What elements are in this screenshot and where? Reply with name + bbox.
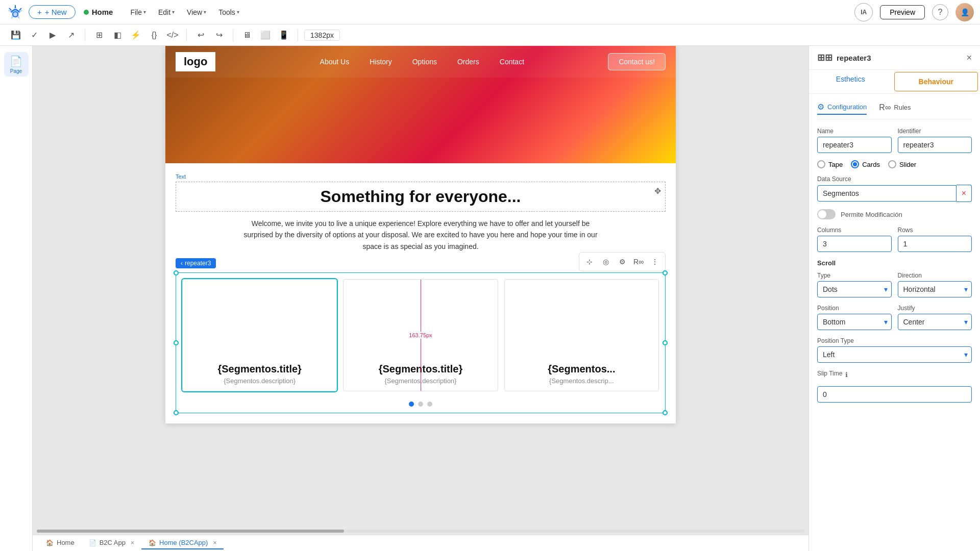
desktop-view-button[interactable]: 🖥 bbox=[239, 28, 255, 43]
tab-b2c-label: B2C App bbox=[100, 539, 126, 546]
esthetics-tab[interactable]: Esthetics bbox=[809, 70, 892, 93]
plus-icon: + bbox=[37, 8, 42, 16]
carousel-dots bbox=[176, 397, 665, 413]
tab-home[interactable]: 🏠 Home bbox=[39, 537, 82, 549]
name-label: Name bbox=[817, 128, 892, 135]
help-button[interactable]: ? bbox=[932, 4, 948, 20]
site-header: logo About Us History Options Orders Con… bbox=[165, 46, 676, 163]
undo-button[interactable]: ↩ bbox=[193, 28, 208, 43]
publish-button[interactable]: ↗ bbox=[63, 28, 79, 43]
config-tool-button[interactable]: ⚙ bbox=[615, 255, 629, 269]
html-button[interactable]: </> bbox=[165, 28, 180, 43]
tape-radio[interactable] bbox=[817, 160, 825, 168]
slider-radio[interactable] bbox=[888, 160, 896, 168]
tab-b2c[interactable]: 📄 B2C App × bbox=[82, 537, 141, 549]
scrollbar-thumb[interactable] bbox=[37, 530, 344, 533]
dot-1[interactable] bbox=[409, 402, 414, 407]
data-source-input[interactable] bbox=[817, 185, 957, 202]
color-tool-button[interactable]: ◎ bbox=[599, 255, 613, 269]
separator-1 bbox=[85, 29, 85, 41]
new-button[interactable]: + + New bbox=[29, 5, 76, 19]
position-type-select[interactable]: Left Right Center bbox=[817, 346, 972, 363]
sidebar-page-button[interactable]: 📄 Page bbox=[4, 52, 29, 77]
tape-option[interactable]: Tape bbox=[817, 160, 843, 168]
section-title-box[interactable]: Something for everyone... ✥ bbox=[176, 182, 666, 212]
edit-menu[interactable]: Edit ▾ bbox=[153, 6, 180, 18]
identifier-input[interactable] bbox=[898, 137, 972, 153]
handle-bl[interactable] bbox=[174, 410, 179, 415]
view-menu[interactable]: View ▾ bbox=[182, 6, 211, 18]
nav-orders[interactable]: Orders bbox=[457, 58, 479, 66]
permite-mod-toggle[interactable] bbox=[817, 209, 836, 219]
behaviour-tab[interactable]: Behaviour bbox=[894, 72, 978, 91]
slider-option[interactable]: Slider bbox=[888, 160, 916, 168]
card-2[interactable]: 163.75px {Segmentos.title} {Segmentos.de… bbox=[343, 279, 498, 391]
justify-select-wrapper: Center Left Right ▾ bbox=[898, 314, 972, 330]
slip-time-input[interactable] bbox=[817, 386, 972, 403]
repeater-icon: ⊞⊞ bbox=[817, 52, 832, 63]
columns-input[interactable] bbox=[817, 236, 892, 252]
tablet-view-button[interactable]: ⬜ bbox=[258, 28, 273, 43]
edit-arrow-icon: ▾ bbox=[172, 9, 175, 15]
ia-button[interactable]: IA bbox=[854, 3, 873, 21]
move-icon[interactable]: ✥ bbox=[654, 186, 661, 196]
settings-button[interactable]: ⚡ bbox=[128, 28, 143, 43]
save-button[interactable]: 💾 bbox=[8, 28, 23, 43]
direction-select[interactable]: Horizontal Vertical bbox=[898, 281, 972, 297]
rows-input[interactable] bbox=[898, 236, 972, 252]
dot-2[interactable] bbox=[418, 402, 423, 407]
display-type-group: Tape Cards Slider bbox=[817, 160, 972, 168]
nav-about[interactable]: About Us bbox=[320, 58, 350, 66]
rules-icon: R∞ bbox=[879, 103, 891, 112]
play-button[interactable]: ▶ bbox=[45, 28, 60, 43]
configuration-tab[interactable]: ⚙ Configuration bbox=[817, 102, 867, 115]
mobile-view-button[interactable]: 📱 bbox=[276, 28, 291, 43]
nav-options[interactable]: Options bbox=[412, 58, 437, 66]
file-menu[interactable]: File ▾ bbox=[125, 6, 151, 18]
site-nav-links: About Us History Options Orders Contact bbox=[236, 58, 608, 66]
cards-option[interactable]: Cards bbox=[851, 160, 880, 168]
horizontal-scrollbar[interactable] bbox=[33, 525, 808, 535]
home-tab-icon: 🏠 bbox=[46, 539, 54, 546]
cards-radio[interactable] bbox=[851, 160, 859, 168]
redo-button[interactable]: ↪ bbox=[211, 28, 227, 43]
card-1[interactable]: {Segmentos.title} {Segmentos.description… bbox=[182, 279, 337, 391]
panel-close-button[interactable]: × bbox=[966, 53, 972, 63]
repeater-label-tag[interactable]: ‹ repeater3 bbox=[176, 258, 216, 268]
card-3[interactable]: {Segmentos... {Segmentos.descrip... bbox=[504, 279, 659, 391]
close-b2c-tab[interactable]: × bbox=[131, 539, 134, 546]
repeater-container: ⊹ ◎ ⚙ R∞ ⋮ ‹ repeater3 bbox=[176, 272, 666, 413]
top-bar-right: IA Preview ? 👤 bbox=[854, 3, 974, 21]
page-icon: 📄 bbox=[10, 55, 22, 67]
home-tab-indicator[interactable]: Home bbox=[80, 8, 117, 16]
layers-button[interactable]: ◧ bbox=[110, 28, 125, 43]
data-source-clear-button[interactable]: × bbox=[957, 185, 972, 202]
name-input[interactable] bbox=[817, 137, 892, 153]
main-nav: File ▾ Edit ▾ View ▾ Tools ▾ bbox=[125, 6, 244, 18]
handle-br[interactable] bbox=[663, 410, 668, 415]
components-button[interactable]: ⊞ bbox=[91, 28, 107, 43]
preview-button[interactable]: Preview bbox=[880, 5, 925, 19]
position-select[interactable]: Bottom Top Left Right bbox=[817, 314, 892, 330]
canvas-wrapper[interactable]: logo About Us History Options Orders Con… bbox=[33, 46, 808, 525]
nav-contact[interactable]: Contact bbox=[500, 58, 524, 66]
contact-us-button[interactable]: Contact us! bbox=[608, 53, 666, 70]
more-tool-button[interactable]: ⋮ bbox=[648, 255, 662, 269]
code-button[interactable]: {} bbox=[146, 28, 162, 43]
rules-tool-button[interactable]: R∞ bbox=[631, 255, 646, 269]
dot-3[interactable] bbox=[427, 402, 432, 407]
home-label: Home bbox=[92, 8, 113, 16]
close-home-b2c-tab[interactable]: × bbox=[213, 539, 216, 546]
move-tool-button[interactable]: ⊹ bbox=[582, 255, 597, 269]
checkmark-button[interactable]: ✓ bbox=[27, 28, 42, 43]
canvas-width[interactable]: 1382px bbox=[304, 30, 340, 41]
avatar[interactable]: 👤 bbox=[955, 3, 974, 21]
nav-history[interactable]: History bbox=[370, 58, 392, 66]
slip-time-info-icon[interactable]: ℹ bbox=[845, 371, 848, 379]
justify-select[interactable]: Center Left Right bbox=[898, 314, 972, 330]
scrollbar-track bbox=[37, 530, 804, 533]
tools-menu[interactable]: Tools ▾ bbox=[213, 6, 244, 18]
type-select[interactable]: Dots None Arrows Both bbox=[817, 281, 892, 297]
rules-tab[interactable]: R∞ Rules bbox=[879, 102, 911, 115]
tab-home-b2c[interactable]: 🏠 Home (B2CApp) × bbox=[141, 537, 224, 549]
